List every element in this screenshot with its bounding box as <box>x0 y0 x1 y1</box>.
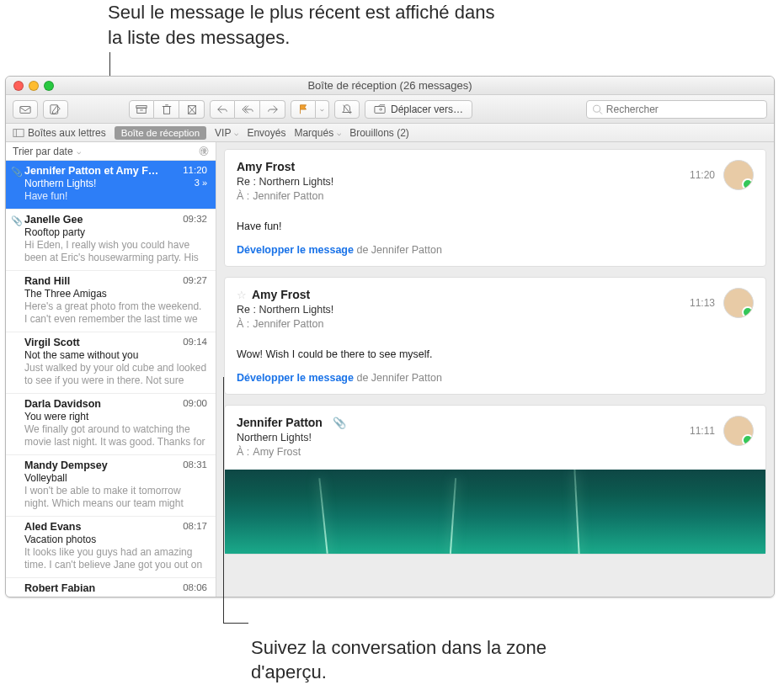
message-time: 08:31 <box>183 459 207 471</box>
message-preview: We finally got around to watching the mo… <box>24 423 207 449</box>
svg-rect-4 <box>163 106 169 114</box>
fav-vip[interactable]: VIP⌵ <box>215 127 238 139</box>
titlebar[interactable]: Boîte de réception (26 messages) <box>6 77 774 95</box>
message-time: 09:14 <box>183 337 207 348</box>
callout-line-bottom-v <box>223 377 224 623</box>
forward-button[interactable] <box>260 100 285 119</box>
message-time: 09:00 <box>183 398 207 410</box>
filter-icon[interactable]: ㊝ <box>199 144 209 158</box>
chevron-down-icon: ⌵ <box>337 129 341 137</box>
reply-button[interactable] <box>210 100 235 119</box>
star-icon[interactable]: ☆ <box>237 289 247 301</box>
avatar[interactable] <box>723 416 754 446</box>
message-subject: Rooftop party <box>24 226 85 238</box>
message-subject: Not the same without you <box>24 349 138 361</box>
list-item[interactable]: Aled Evans08:17 Vacation photos It looks… <box>6 517 216 578</box>
message-from: Virgil Scott <box>24 337 80 348</box>
list-item[interactable]: Mandy Dempsey08:31 Volleyball I won't be… <box>6 455 216 517</box>
message-preview: It looks like you guys had an amazing ti… <box>24 546 207 571</box>
card-subject: Re : Northern Lights! <box>237 176 333 188</box>
move-to-button[interactable]: Déplacer vers… <box>365 100 472 119</box>
attachment-image[interactable] <box>225 470 765 554</box>
message-preview: Have fun! <box>24 190 207 203</box>
get-mail-button[interactable] <box>13 100 38 119</box>
callout-bottom: Suivez la conversation dans la zone d'ap… <box>251 635 605 685</box>
message-preview: Here's a great photo from the weekend. I… <box>24 300 207 326</box>
conversation-card[interactable]: Jennifer Patton📎 Northern Lights! À :Amy… <box>224 405 766 555</box>
mailboxes-toggle[interactable]: Boîtes aux lettres <box>13 127 106 139</box>
card-from: Amy Frost <box>237 160 295 173</box>
card-subject: Northern Lights! <box>237 432 346 443</box>
card-body: Have fun! <box>237 220 754 232</box>
list-item[interactable]: 📎 Jennifer Patton et Amy Frost11:20 Nort… <box>6 161 216 210</box>
fav-flagged[interactable]: Marqués⌵ <box>294 127 341 139</box>
card-time: 11:20 <box>690 169 715 181</box>
list-item[interactable]: Virgil Scott09:14 Not the same without y… <box>6 332 216 394</box>
sort-bar[interactable]: Trier par date ⌵ ㊝ <box>6 142 216 161</box>
message-from: Rand Hill <box>24 275 70 287</box>
card-subject: Re : Northern Lights! <box>237 304 333 316</box>
expand-message-link[interactable]: Développer le message de Jennifer Patton <box>237 372 754 384</box>
message-time: 09:32 <box>183 214 207 226</box>
message-subject: Lost and found <box>24 595 91 597</box>
callout-line-bottom-h <box>223 623 248 624</box>
flag-button[interactable] <box>291 100 316 119</box>
avatar[interactable] <box>723 160 754 190</box>
minimize-icon[interactable] <box>29 81 39 91</box>
window-title: Boîte de réception (26 messages) <box>307 79 472 92</box>
card-to: Jennifer Patton <box>253 190 323 202</box>
message-time: 09:27 <box>183 275 207 287</box>
card-to: Amy Frost <box>253 446 301 458</box>
flag-menu-button[interactable]: ⌵ <box>316 100 329 119</box>
archive-button[interactable] <box>129 100 154 119</box>
fav-sent[interactable]: Envoyés <box>247 127 285 139</box>
card-to-label: À : <box>237 190 249 202</box>
delete-button[interactable] <box>154 100 179 119</box>
card-to-label: À : <box>237 318 249 330</box>
message-time: 08:17 <box>183 521 207 533</box>
thread-count: 3 » <box>195 178 207 189</box>
fav-drafts[interactable]: Brouillons (2) <box>349 127 409 139</box>
junk-button[interactable] <box>179 100 205 119</box>
expand-suffix: de Jennifer Patton <box>356 244 441 256</box>
sidebar-icon <box>13 127 24 139</box>
preview-pane: Amy Frost Re : Northern Lights! À :Jenni… <box>216 142 774 597</box>
attachment-icon: 📎 <box>11 167 23 178</box>
compose-button[interactable] <box>43 100 68 119</box>
search-input[interactable] <box>606 104 761 115</box>
message-from: Jennifer Patton et Amy Frost <box>24 165 159 177</box>
chevron-down-icon: ⌵ <box>234 129 238 137</box>
mute-button[interactable] <box>334 100 360 119</box>
list-item[interactable]: Darla Davidson09:00 You were right We fi… <box>6 394 216 455</box>
toolbar: ⌵ Déplacer vers… <box>6 95 774 124</box>
card-from: Amy Frost <box>252 288 310 301</box>
reply-all-button[interactable] <box>235 100 260 119</box>
avatar[interactable] <box>723 288 754 318</box>
message-preview: I won't be able to make it tomorrow nigh… <box>24 485 207 510</box>
message-subject: The Three Amigas <box>24 288 107 300</box>
zoom-icon[interactable] <box>44 81 54 91</box>
message-time: 11:20 <box>183 165 207 177</box>
message-from: Darla Davidson <box>24 398 101 410</box>
list-item[interactable]: Rand Hill09:27 The Three Amigas Here's a… <box>6 271 216 332</box>
fav-inbox[interactable]: Boîte de réception <box>115 126 206 140</box>
close-icon[interactable] <box>13 81 24 91</box>
conversation-card[interactable]: ☆Amy Frost Re : Northern Lights! À :Jenn… <box>224 277 766 395</box>
chevron-down-icon: ⌵ <box>77 147 81 156</box>
conversation-card[interactable]: Amy Frost Re : Northern Lights! À :Jenni… <box>224 149 766 267</box>
message-time: 08:06 <box>183 582 207 594</box>
list-item[interactable]: 📎 Janelle Gee09:32 Rooftop party Hi Eden… <box>6 210 216 271</box>
card-time: 11:11 <box>690 425 715 437</box>
attachment-icon: 📎 <box>333 417 346 429</box>
message-subject: Vacation photos <box>24 534 96 545</box>
expand-message-link[interactable]: Développer le message de Jennifer Patton <box>237 244 754 256</box>
mail-window: Boîte de réception (26 messages) <box>5 76 775 597</box>
list-item[interactable]: Robert Fabian08:06 Lost and found Hi eve… <box>6 578 216 597</box>
card-to: Jennifer Patton <box>253 318 323 330</box>
message-from: Janelle Gee <box>24 214 83 226</box>
message-subject: Northern Lights! <box>24 178 96 189</box>
message-subject: You were right <box>24 411 88 422</box>
search-field[interactable] <box>586 100 767 119</box>
svg-rect-0 <box>20 106 30 113</box>
card-body: Wow! Wish I could be there to see myself… <box>237 348 754 360</box>
